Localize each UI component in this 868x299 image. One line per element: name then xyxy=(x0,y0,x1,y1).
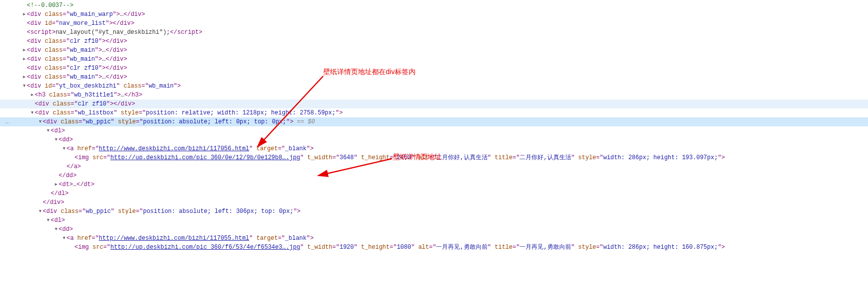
tree-row[interactable]: ▼ <dl> xyxy=(0,216,868,225)
expand-arrow[interactable]: ▼ xyxy=(46,216,51,225)
tree-row[interactable]: <div id="nav_more_list"></div> xyxy=(0,19,868,28)
selected-indicator: == $0 xyxy=(297,118,315,125)
href-link[interactable]: http://www.deskbizhi.com/bizhi/117056.ht… xyxy=(99,145,249,152)
src-link[interactable]: http://up.deskbizhi.com/pic_360/f6/53/4e… xyxy=(110,244,300,251)
expand-arrow[interactable]: ▶ xyxy=(22,55,27,64)
tree-row[interactable]: <div class="clr zf10"></div> xyxy=(0,37,868,46)
tree-row[interactable]: ▼ <div id="yt_box_deskbizhi" class="wb_m… xyxy=(0,82,868,91)
tree-row[interactable]: </div> xyxy=(0,198,868,207)
tree-row[interactable]: ▶ <div class="wb_main_warp">…</div> xyxy=(0,10,868,19)
expand-arrow[interactable]: ▼ xyxy=(54,135,59,144)
gutter-ellipsis: … xyxy=(0,117,14,126)
tree-row[interactable]: ▶ <h3 class="wb_h3title1">…</h3> xyxy=(0,91,868,100)
expand-arrow[interactable]: ▼ xyxy=(62,144,67,153)
tree-row[interactable]: ▼ <a href="http://www.deskbizhi.com/bizh… xyxy=(0,234,868,243)
tree-row[interactable]: ▼ <dl> xyxy=(0,126,868,135)
code-comment: <!--0.0037--> xyxy=(27,2,74,9)
tree-row[interactable]: </dd> xyxy=(0,171,868,180)
expand-arrow[interactable]: ▶ xyxy=(22,73,27,82)
src-link[interactable]: http://up.deskbizhi.com/pic_360/0e/12/9b… xyxy=(110,154,300,161)
tree-row[interactable]: ▼ <div class="wb_ppic" style="position: … xyxy=(0,207,868,216)
expand-arrow[interactable]: ▼ xyxy=(38,117,43,126)
tree-row[interactable]: ▼ <div class="wb_listbox" style="positio… xyxy=(0,108,868,117)
tree-row[interactable]: ▶ <div class="wb_main">…</div> xyxy=(0,73,868,82)
tree-row[interactable]: </dl> xyxy=(0,189,868,198)
expand-arrow[interactable]: ▼ xyxy=(54,225,59,234)
expand-arrow[interactable]: ▼ xyxy=(38,207,43,216)
dom-tree: <!--0.0037--> ▶ <div class="wb_main_warp… xyxy=(0,0,868,252)
tree-row[interactable]: <img src="http://up.deskbizhi.com/pic_36… xyxy=(0,243,868,252)
expand-arrow[interactable]: ▼ xyxy=(62,234,67,243)
tree-row[interactable]: </a> xyxy=(0,162,868,171)
tree-row-selected[interactable]: … ▼ <div class="wb_ppic" style="position… xyxy=(0,117,868,126)
tree-row[interactable]: ▼ <dd> xyxy=(0,225,868,234)
expand-arrow[interactable]: ▶ xyxy=(22,46,27,55)
tree-row[interactable]: ▼ <a href="http://www.deskbizhi.com/bizh… xyxy=(0,144,868,153)
expand-arrow[interactable]: ▼ xyxy=(30,108,35,117)
expand-arrow[interactable]: ▼ xyxy=(46,126,51,135)
expand-arrow[interactable]: ▼ xyxy=(22,82,27,91)
tree-row[interactable]: <div class="clr zf10"></div> xyxy=(0,64,868,73)
tree-row[interactable]: ▶ <dt>…</dt> xyxy=(0,180,868,189)
tree-row[interactable]: <script>nav_layout("#yt_nav_deskbizhi");… xyxy=(0,28,868,37)
tree-row[interactable]: ▶ <div class="wb_main">…</div> xyxy=(0,55,868,64)
tree-row[interactable]: <img src="http://up.deskbizhi.com/pic_36… xyxy=(0,153,868,162)
href-link[interactable]: http://www.deskbizhi.com/bizhi/117055.ht… xyxy=(99,235,249,242)
tree-row[interactable]: <!--0.0037--> xyxy=(0,1,868,10)
expand-arrow[interactable]: ▶ xyxy=(22,10,27,19)
expand-arrow[interactable]: ▶ xyxy=(54,180,59,189)
tree-row[interactable]: ▶ <div class="wb_main">…</div> xyxy=(0,46,868,55)
tree-row[interactable]: ▼ <dd> xyxy=(0,135,868,144)
tree-row[interactable]: <div class="clr zf10"></div> xyxy=(0,100,868,108)
expand-arrow[interactable]: ▶ xyxy=(30,91,35,100)
